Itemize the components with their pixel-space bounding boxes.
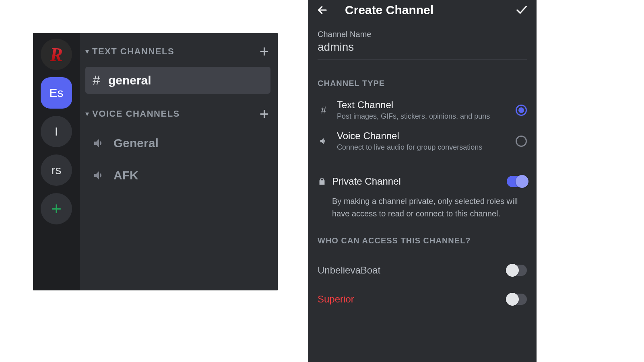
- speaker-icon: [318, 137, 330, 146]
- role-toggle[interactable]: [507, 294, 527, 305]
- create-channel-body: Channel Name admins CHANNEL TYPE # Text …: [308, 20, 537, 310]
- hash-icon: #: [93, 72, 100, 88]
- private-channel-description: By making a channel private, only select…: [318, 195, 527, 220]
- type-desc: Connect to live audio for group conversa…: [337, 143, 508, 152]
- server-icon[interactable]: rs: [41, 154, 72, 186]
- channel-name-input[interactable]: admins: [318, 41, 527, 60]
- lock-icon: [318, 177, 326, 186]
- category-label: VOICE CHANNELS: [92, 109, 256, 119]
- add-server-button[interactable]: +: [41, 193, 72, 224]
- channel-name: general: [108, 74, 151, 87]
- channel-sidebar: R Es I rs + ▾ TEXT CHANNELS + # general …: [33, 33, 278, 290]
- hash-icon: #: [318, 105, 330, 116]
- plus-icon: +: [51, 199, 62, 219]
- check-icon[interactable]: [516, 4, 528, 16]
- create-channel-screen: Create Channel Channel Name admins CHANN…: [308, 0, 537, 362]
- add-voice-channel-button[interactable]: +: [260, 106, 269, 122]
- add-text-channel-button[interactable]: +: [260, 43, 269, 60]
- text-channels-category[interactable]: ▾ TEXT CHANNELS +: [85, 40, 270, 63]
- category-label: TEXT CHANNELS: [92, 46, 256, 57]
- channel-general[interactable]: # general: [85, 67, 270, 94]
- speaker-icon: [93, 169, 105, 182]
- channel-list: ▾ TEXT CHANNELS + # general ▾ VOICE CHAN…: [80, 33, 278, 290]
- role-toggle[interactable]: [507, 265, 527, 276]
- server-rail: R Es I rs +: [33, 33, 80, 290]
- chevron-down-icon: ▾: [85, 109, 89, 118]
- role-name: UnbelievaBoat: [318, 265, 380, 276]
- back-icon[interactable]: [317, 4, 328, 16]
- type-title: Voice Channel: [337, 130, 508, 142]
- chevron-down-icon: ▾: [85, 47, 89, 56]
- channel-type-title: CHANNEL TYPE: [318, 79, 527, 88]
- radio-selected[interactable]: [516, 105, 527, 116]
- private-channel-row[interactable]: Private Channel: [318, 176, 527, 187]
- role-access-row[interactable]: UnbelievaBoat: [318, 252, 527, 281]
- access-title: WHO CAN ACCESS THIS CHANNEL?: [318, 236, 527, 245]
- server-icon-label: I: [55, 125, 58, 138]
- page-title: Create Channel: [339, 3, 505, 17]
- role-access-row[interactable]: Superior: [318, 281, 527, 310]
- voice-channel-afk[interactable]: AFK: [85, 165, 270, 186]
- channel-name: AFK: [114, 169, 138, 182]
- type-desc: Post images, GIFs, stickers, opinions, a…: [337, 112, 508, 121]
- server-icon-label: rs: [52, 163, 62, 177]
- channel-type-voice[interactable]: Voice Channel Connect to live audio for …: [318, 125, 527, 156]
- speaker-icon: [93, 137, 105, 150]
- channel-name-label: Channel Name: [318, 30, 527, 39]
- private-channel-label: Private Channel: [332, 176, 501, 187]
- server-icon-label: Es: [49, 86, 63, 100]
- role-access-list: UnbelievaBoat Superior: [318, 252, 527, 310]
- role-name: Superior: [318, 294, 354, 305]
- server-icon[interactable]: R: [41, 39, 72, 70]
- voice-channels-category[interactable]: ▾ VOICE CHANNELS +: [85, 103, 270, 125]
- create-channel-header: Create Channel: [308, 0, 537, 20]
- server-icon[interactable]: Es: [41, 77, 72, 109]
- server-icon-label: R: [50, 43, 63, 66]
- private-channel-toggle[interactable]: [507, 176, 527, 187]
- channel-name: General: [114, 136, 159, 150]
- voice-channel-general[interactable]: General: [85, 132, 270, 154]
- server-icon[interactable]: I: [41, 116, 72, 147]
- type-title: Text Channel: [337, 99, 508, 111]
- radio-unselected[interactable]: [516, 136, 527, 147]
- channel-type-text[interactable]: # Text Channel Post images, GIFs, sticke…: [318, 95, 527, 125]
